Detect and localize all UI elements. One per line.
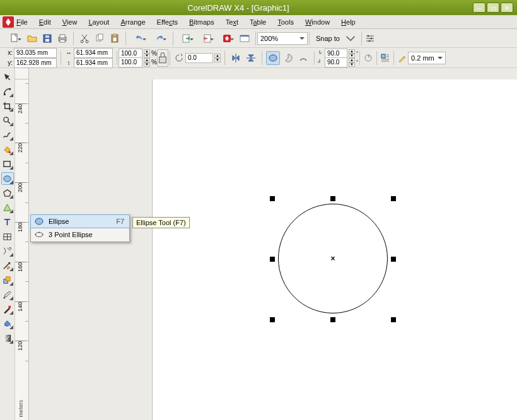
menu-edit[interactable]: Edit [39, 18, 51, 26]
y-label: y: [5, 59, 13, 67]
deg-icon: ° [356, 50, 358, 56]
snap-label: Snap to [313, 35, 342, 42]
outline-width-select[interactable]: 0.2 mm [408, 52, 446, 64]
new-button[interactable] [5, 32, 24, 45]
paste-icon [110, 33, 120, 44]
text-wrap-button[interactable] [378, 51, 392, 65]
rotation-input[interactable] [185, 53, 213, 63]
ellipse-mode-button[interactable] [266, 51, 280, 65]
arc-end-icon [316, 59, 323, 66]
arc-start-icon [316, 50, 323, 57]
app-launcher-button[interactable] [218, 32, 236, 45]
arc-direction-button[interactable] [361, 51, 375, 65]
arc-mode-button[interactable] [296, 51, 310, 65]
y-input[interactable] [14, 58, 57, 68]
svg-rect-23 [160, 57, 166, 62]
menu-help[interactable]: Help [341, 18, 356, 26]
svg-rect-14 [113, 37, 117, 42]
lock-ratio-icon [158, 51, 168, 64]
menu-window[interactable]: Window [305, 18, 330, 26]
height-input[interactable] [74, 58, 113, 68]
x-label: x: [5, 49, 13, 57]
lock-ratio-button[interactable] [157, 49, 168, 67]
export-icon [202, 33, 212, 44]
pie-mode-button[interactable] [281, 51, 295, 65]
svg-rect-4 [45, 35, 49, 38]
paste-button[interactable] [108, 32, 122, 45]
close-button[interactable]: ✕ [501, 3, 513, 13]
zoom-select[interactable]: 200% [257, 32, 308, 45]
minimize-button[interactable]: – [473, 3, 485, 13]
undo-button[interactable] [130, 32, 149, 45]
redo-icon [154, 33, 165, 44]
menu-bitmaps[interactable]: Bitmaps [189, 18, 214, 26]
redo-button[interactable] [150, 32, 169, 45]
zoom-value: 200% [260, 35, 278, 42]
arc-end-input[interactable] [325, 57, 347, 67]
cut-icon [79, 33, 90, 44]
menu-arrange[interactable]: Arrange [120, 18, 145, 26]
welcome-button[interactable] [238, 32, 252, 45]
export-button[interactable] [197, 32, 216, 45]
save-button[interactable] [40, 32, 54, 45]
new-file-icon [9, 33, 20, 44]
size-block: ↔ ↕ [62, 48, 115, 68]
maximize-button[interactable]: ▭ [487, 3, 499, 13]
svg-point-25 [365, 55, 371, 61]
scale-x-spin[interactable]: ▲▼ [144, 49, 150, 58]
copy-button[interactable] [93, 32, 107, 45]
arc-start-spin[interactable]: ▲▼ [349, 49, 355, 58]
chevron-down-icon [346, 33, 356, 44]
rotation-icon [174, 53, 184, 63]
mirror-horizontal-icon [231, 53, 241, 63]
svg-rect-7 [60, 40, 65, 42]
arc-end-spin[interactable]: ▲▼ [349, 58, 355, 67]
app-icon [3, 16, 14, 28]
snap-dropdown[interactable] [344, 32, 357, 45]
menu-layout[interactable]: Layout [88, 18, 109, 26]
cut-button[interactable] [78, 32, 91, 45]
svg-rect-11 [98, 34, 103, 40]
svg-rect-13 [113, 34, 116, 36]
pie-icon [283, 53, 293, 63]
options-icon [365, 33, 375, 44]
title-bar: CorelDRAW X4 - [Graphic1] – ▭ ✕ [0, 0, 517, 15]
svg-rect-1 [11, 34, 17, 42]
scale-y-spin[interactable]: ▲▼ [144, 58, 150, 67]
x-input[interactable] [14, 48, 57, 58]
menu-file[interactable]: File [16, 18, 28, 26]
svg-point-22 [368, 40, 370, 42]
window-controls: – ▭ ✕ [473, 3, 513, 13]
menu-view[interactable]: View [62, 18, 78, 26]
mirror-v-button[interactable] [244, 51, 258, 65]
menu-text[interactable]: Text [226, 18, 238, 26]
arc-direction-icon [363, 53, 373, 63]
rotation-spin[interactable]: ▲▼ [214, 54, 221, 62]
open-button[interactable] [25, 32, 39, 45]
welcome-icon [240, 33, 250, 44]
width-icon: ↔ [65, 49, 73, 57]
mirror-vertical-icon [246, 53, 256, 63]
standard-toolbar: 200% Snap to [0, 29, 517, 48]
options-button[interactable] [363, 32, 377, 45]
arc-icon [298, 53, 308, 63]
scale-block: ▲▼% ▲▼% [119, 49, 157, 67]
import-button[interactable] [177, 32, 196, 45]
menu-tools[interactable]: Tools [277, 18, 294, 26]
property-bar: x: y: ↔ ↕ ▲▼% ▲▼% ▲▼ ▲▼° ▲▼° 0.2 mm [0, 48, 517, 68]
scale-y-input[interactable] [119, 57, 142, 67]
svg-point-24 [269, 55, 277, 61]
text-wrap-icon [380, 53, 390, 63]
mirror-h-button[interactable] [229, 51, 243, 65]
app-launcher-icon [222, 33, 232, 44]
doc-title: [Graphic1] [252, 3, 289, 13]
print-icon [57, 33, 67, 44]
copy-icon [95, 33, 105, 44]
arc-angles-block: ▲▼° ▲▼° [316, 49, 358, 67]
menu-effects[interactable]: Effects [157, 18, 178, 26]
open-icon [27, 33, 37, 44]
menu-table[interactable]: Table [250, 18, 266, 26]
width-input[interactable] [74, 48, 113, 58]
print-button[interactable] [55, 32, 69, 45]
undo-icon [134, 33, 144, 44]
